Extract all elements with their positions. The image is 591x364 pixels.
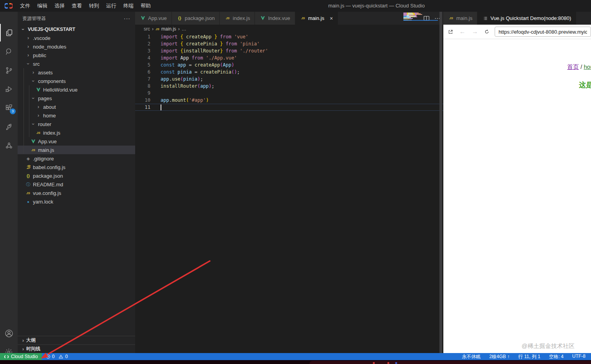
tab-package-json[interactable]: {}package.json bbox=[172, 12, 220, 25]
info-file-icon: ⓘ bbox=[25, 182, 31, 187]
menu-[interactable]: 帮助 bbox=[137, 0, 154, 12]
tree-item-assets[interactable]: ›assets bbox=[18, 68, 135, 77]
tab-label: App.vue bbox=[148, 15, 167, 21]
sidebar-title: 资源管理器 bbox=[22, 15, 46, 22]
code-line-11[interactable]: 11 bbox=[135, 104, 443, 111]
search-icon[interactable] bbox=[0, 43, 18, 60]
menu-[interactable]: 终端 bbox=[120, 0, 137, 12]
run-debug-icon[interactable] bbox=[0, 80, 18, 98]
preview-tab-main-js[interactable]: JSmain.js bbox=[443, 12, 477, 25]
explorer-icon[interactable] bbox=[0, 24, 18, 41]
home-link[interactable]: 首页 bbox=[567, 63, 579, 70]
open-external-icon[interactable] bbox=[448, 29, 453, 35]
tree-item-gitignore[interactable]: ◈.gitignore bbox=[18, 154, 135, 163]
code-line-6[interactable]: 6const pinia = createPinia(); bbox=[135, 68, 443, 76]
line-number: 5 bbox=[135, 61, 150, 68]
tab-index-js[interactable]: JSindex.js bbox=[220, 12, 255, 25]
tree-item-components[interactable]: ›components bbox=[18, 77, 135, 85]
forward-icon[interactable]: → bbox=[472, 28, 478, 35]
breadcrumb[interactable]: src › JS main.js › … bbox=[135, 25, 443, 33]
line-content: import { createPinia } from 'pinia' bbox=[161, 41, 260, 47]
tree-item-yarn-lock[interactable]: ●yarn.lock bbox=[18, 197, 135, 206]
vue-icon bbox=[30, 139, 36, 144]
more-actions-icon[interactable]: ··· bbox=[124, 15, 130, 22]
url-input[interactable] bbox=[495, 27, 591, 37]
code-line-4[interactable]: 4import App from './App.vue' bbox=[135, 54, 443, 61]
menu-[interactable]: 运行 bbox=[103, 0, 120, 12]
preview-nav: 首页 / home bbox=[567, 63, 591, 71]
timeline-section[interactable]: › 时间线 bbox=[18, 344, 135, 353]
tree-item-pages[interactable]: ›pages bbox=[18, 94, 135, 103]
tab-app-vue[interactable]: App.vue bbox=[135, 12, 172, 25]
outline-section[interactable]: › 大纲 bbox=[18, 336, 135, 344]
list-icon bbox=[482, 16, 488, 21]
tree-item-index-js[interactable]: JSindex.js bbox=[18, 128, 135, 137]
code-line-5[interactable]: 5const app = createApp(App) bbox=[135, 61, 443, 68]
editor-scrollbar[interactable] bbox=[439, 12, 442, 353]
menu-[interactable]: 编辑 bbox=[34, 0, 51, 12]
status-4[interactable]: 空格: 4 bbox=[549, 353, 564, 360]
tree-item-label: .gitignore bbox=[33, 156, 54, 162]
tree-item-router[interactable]: ›router bbox=[18, 120, 135, 128]
status-utf-8[interactable]: UTF-8 bbox=[572, 353, 586, 360]
code-line-10[interactable]: 10app.mount('#app') bbox=[135, 97, 443, 104]
tree-item-node-modules[interactable]: ›node_modules bbox=[18, 42, 135, 51]
menu-[interactable]: 查看 bbox=[68, 0, 85, 12]
collaboration-icon[interactable] bbox=[0, 137, 18, 154]
tree-item-helloworld-vue[interactable]: HelloWorld.vue bbox=[18, 85, 135, 94]
problems-indicator[interactable]: 0 0 bbox=[46, 354, 68, 359]
extensions-icon[interactable]: 3 bbox=[0, 99, 18, 117]
tree-root[interactable]: › VUEJS-QUICKSTART bbox=[18, 25, 135, 34]
tree-item-package-json[interactable]: {}package.json bbox=[18, 171, 135, 180]
git-file-icon: ◈ bbox=[25, 156, 31, 161]
sidebar-header: 资源管理器 ··· bbox=[18, 12, 135, 25]
tab-main-js[interactable]: JSmain.js× bbox=[295, 12, 338, 25]
tree-item-vue-config-js[interactable]: JSvue.config.js bbox=[18, 189, 135, 197]
code-line-2[interactable]: 2import { createPinia } from 'pinia' bbox=[135, 40, 443, 47]
tree-item-src[interactable]: ›src bbox=[18, 59, 135, 68]
tree-item-label: babel.config.js bbox=[33, 164, 65, 170]
code-editor[interactable]: 1import { createApp } from 'vue'2import … bbox=[135, 33, 443, 353]
status-11-1[interactable]: 行 11, 列 1 bbox=[518, 353, 540, 360]
indent-guide bbox=[29, 85, 29, 137]
babel-file-icon: ℬ bbox=[25, 164, 31, 170]
tree-item-home[interactable]: ›home bbox=[18, 111, 135, 120]
chevron-down-icon: › bbox=[31, 80, 36, 82]
tab-label: main.js bbox=[308, 15, 324, 21]
js-file-icon: JS bbox=[448, 16, 454, 20]
code-line-3[interactable]: 3import {installRouter} from './router' bbox=[135, 47, 443, 54]
rocket-icon[interactable] bbox=[0, 118, 18, 135]
tree-item-label: about bbox=[43, 104, 56, 110]
tree-item-about[interactable]: ›about bbox=[18, 103, 135, 111]
status-[interactable]: 永不休眠 bbox=[462, 353, 481, 360]
page-link[interactable]: home bbox=[584, 63, 591, 70]
source-control-icon[interactable] bbox=[0, 61, 18, 79]
cloud-studio-mark-icon bbox=[4, 354, 9, 359]
refresh-icon[interactable] bbox=[484, 29, 489, 35]
menu-[interactable]: 转到 bbox=[85, 0, 103, 12]
tree-item-main-js[interactable]: JSmain.js bbox=[18, 146, 135, 154]
tree-item-vscode[interactable]: ›.vscode bbox=[18, 34, 135, 42]
back-icon[interactable]: ← bbox=[459, 28, 466, 35]
menu-[interactable]: 文件 bbox=[16, 0, 34, 12]
chevron-right-icon: › bbox=[27, 44, 29, 49]
js-file-icon: JS bbox=[155, 27, 159, 31]
code-line-1[interactable]: 1import { createApp } from 'vue' bbox=[135, 33, 443, 40]
tree-item-babel-config-js[interactable]: ℬbabel.config.js bbox=[18, 163, 135, 171]
code-line-7[interactable]: 7app.use(pinia); bbox=[135, 76, 443, 83]
status-2-4gb[interactable]: 2核4GB ↑ bbox=[489, 353, 510, 360]
tab-index-vue[interactable]: Index.vue bbox=[255, 12, 295, 25]
tree-item-label: .vscode bbox=[33, 35, 51, 41]
remote-indicator[interactable]: Cloud Studio bbox=[0, 353, 42, 360]
tree-item-public[interactable]: ›public bbox=[18, 51, 135, 59]
close-icon[interactable]: × bbox=[330, 15, 333, 22]
warning-icon bbox=[58, 354, 63, 359]
tree-item-app-vue[interactable]: App.vue bbox=[18, 137, 135, 146]
menu-[interactable]: 选择 bbox=[51, 0, 68, 12]
code-line-9[interactable]: 9 bbox=[135, 90, 443, 97]
code-line-8[interactable]: 8installRouter(app); bbox=[135, 83, 443, 90]
preview-tab-vue-js-quickstart-demo-node-8080[interactable]: Vue.js Quickstart Demo(node:8080) bbox=[477, 12, 576, 25]
account-icon[interactable] bbox=[0, 324, 18, 342]
tree-item-readme-md[interactable]: ⓘREADME.md bbox=[18, 180, 135, 189]
line-content bbox=[161, 105, 161, 110]
